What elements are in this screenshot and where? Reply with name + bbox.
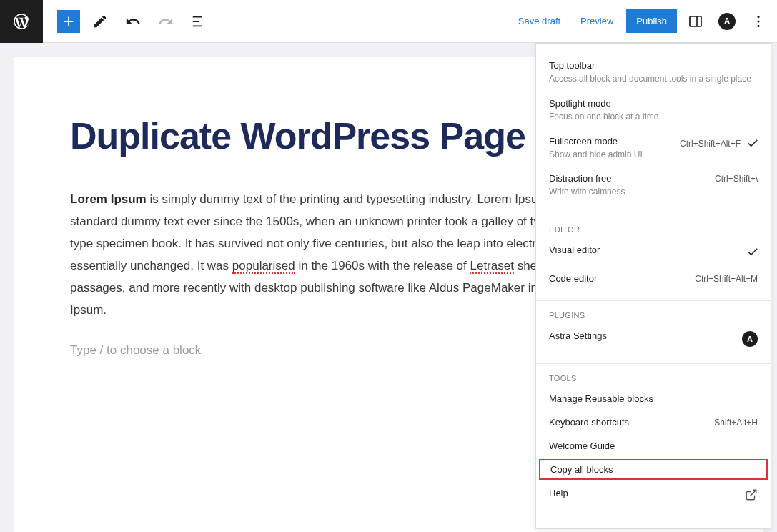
keyboard-shortcut: Ctrl+Shift+Alt+M [695, 274, 758, 284]
menu-item-description: Access all block and document tools in a… [549, 73, 758, 85]
toolbar-left [43, 9, 212, 34]
content-strong: Lorem Ipsum [70, 192, 147, 206]
wordpress-logo[interactable] [0, 0, 43, 43]
menu-item-label: Fullscreen mode [549, 136, 673, 147]
edit-mode-icon[interactable] [87, 9, 113, 34]
spellcheck-word: Letraset [470, 259, 513, 274]
external-link-icon [745, 488, 758, 503]
astra-plugin-icon[interactable]: A [714, 9, 740, 34]
menu-item-code-editor[interactable]: Code editorCtrl+Shift+Alt+M [536, 267, 771, 290]
menu-item-help[interactable]: Help [536, 481, 771, 510]
menu-item-label: Visual editor [549, 245, 739, 255]
menu-item-fullscreen-mode[interactable]: Fullscreen modeShow and hide admin UICtr… [536, 129, 771, 167]
svg-point-2 [757, 16, 759, 18]
menu-item-keyboard-shortcuts[interactable]: Keyboard shortcutsShift+Alt+H [536, 410, 771, 434]
settings-sidebar-toggle[interactable] [683, 9, 708, 34]
top-toolbar: Save draft Preview Publish A [0, 0, 777, 43]
svg-point-3 [757, 20, 759, 22]
check-icon [746, 137, 758, 152]
options-menu-button[interactable] [746, 9, 771, 34]
menu-item-label: Spotlight mode [549, 98, 758, 109]
menu-item-description: Focus on one block at a time [549, 111, 758, 123]
keyboard-shortcut: Shift+Alt+H [714, 418, 758, 428]
section-header-tools: TOOLS [536, 374, 771, 387]
astra-icon: A [742, 331, 758, 347]
publish-button[interactable]: Publish [626, 9, 677, 33]
section-header-plugins: PLUGINS [536, 311, 771, 324]
menu-item-spotlight-mode[interactable]: Spotlight modeFocus on one block at a ti… [536, 92, 771, 129]
menu-item-label: Manage Reusable blocks [549, 393, 758, 404]
menu-item-label: Astra Settings [549, 330, 735, 341]
document-overview-button[interactable] [186, 9, 212, 34]
menu-item-welcome-guide[interactable]: Welcome Guide [536, 434, 771, 458]
options-dropdown: Top toolbarAccess all block and document… [535, 43, 771, 529]
menu-item-distraction-free[interactable]: Distraction freeWrite with calmnessCtrl+… [536, 167, 771, 205]
menu-item-label: Help [549, 488, 738, 498]
svg-point-4 [757, 24, 759, 26]
undo-button[interactable] [120, 9, 146, 34]
section-header-editor: EDITOR [536, 225, 771, 238]
redo-button [153, 9, 179, 34]
menu-item-astra-settings[interactable]: Astra SettingsA [536, 324, 771, 353]
menu-item-description: Show and hide admin UI [549, 149, 673, 161]
menu-item-label: Copy all blocks [550, 464, 753, 475]
preview-link[interactable]: Preview [573, 10, 620, 32]
svg-line-5 [751, 490, 756, 496]
menu-item-label: Code editor [549, 273, 688, 284]
menu-item-copy-all-blocks[interactable]: Copy all blocks [538, 458, 769, 481]
menu-item-label: Distraction free [549, 173, 708, 184]
toolbar-right: Save draft Preview Publish A [511, 9, 777, 34]
svg-rect-0 [690, 16, 701, 26]
keyboard-shortcut: Ctrl+Shift+\ [715, 174, 758, 184]
spellcheck-word: popularised [232, 259, 295, 274]
menu-item-description: Write with calmness [549, 186, 708, 198]
menu-item-visual-editor[interactable]: Visual editor [536, 238, 771, 267]
menu-item-label: Top toolbar [549, 60, 758, 71]
menu-item-top-toolbar[interactable]: Top toolbarAccess all block and document… [536, 54, 771, 92]
menu-item-manage-reusable-blocks[interactable]: Manage Reusable blocks [536, 387, 771, 410]
menu-item-label: Welcome Guide [549, 440, 758, 451]
save-draft-link[interactable]: Save draft [511, 10, 568, 32]
keyboard-shortcut: Ctrl+Shift+Alt+F [680, 139, 741, 149]
check-icon [746, 245, 758, 260]
add-block-button[interactable] [57, 10, 80, 33]
menu-item-label: Keyboard shortcuts [549, 417, 707, 428]
